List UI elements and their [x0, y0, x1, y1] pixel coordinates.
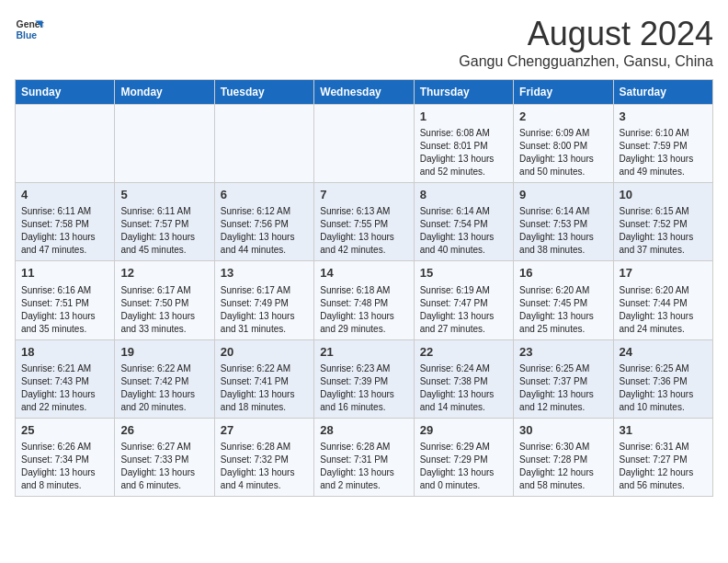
day-info: Sunrise: 6:17 AMSunset: 7:49 PMDaylight:… [221, 284, 308, 336]
calendar-cell: 16Sunrise: 6:20 AMSunset: 7:45 PMDayligh… [514, 261, 613, 339]
calendar-cell: 1Sunrise: 6:08 AMSunset: 8:01 PMDaylight… [414, 105, 513, 183]
calendar-cell: 20Sunrise: 6:22 AMSunset: 7:41 PMDayligh… [214, 339, 313, 418]
day-info: Sunrise: 6:22 AMSunset: 7:42 PMDaylight:… [120, 362, 208, 414]
calendar-week-1: 1Sunrise: 6:08 AMSunset: 8:01 PMDaylight… [16, 105, 713, 183]
calendar-cell: 12Sunrise: 6:17 AMSunset: 7:50 PMDayligh… [115, 261, 214, 339]
calendar-week-4: 18Sunrise: 6:21 AMSunset: 7:43 PMDayligh… [16, 339, 713, 418]
calendar-cell [115, 105, 214, 183]
day-number: 7 [320, 187, 407, 203]
col-sunday: Sunday [16, 80, 115, 105]
calendar-table: Sunday Monday Tuesday Wednesday Thursday… [15, 79, 713, 497]
calendar-week-2: 4Sunrise: 6:11 AMSunset: 7:58 PMDaylight… [16, 183, 713, 261]
calendar-cell: 10Sunrise: 6:15 AMSunset: 7:52 PMDayligh… [613, 183, 712, 261]
day-number: 18 [21, 344, 108, 361]
day-number: 26 [120, 422, 208, 439]
day-info: Sunrise: 6:25 AMSunset: 7:37 PMDaylight:… [519, 362, 607, 414]
day-number: 24 [620, 344, 707, 361]
col-saturday: Saturday [613, 80, 712, 105]
calendar-cell: 21Sunrise: 6:23 AMSunset: 7:39 PMDayligh… [314, 339, 414, 418]
calendar-cell: 2Sunrise: 6:09 AMSunset: 8:00 PMDaylight… [514, 105, 613, 183]
calendar-cell: 27Sunrise: 6:28 AMSunset: 7:32 PMDayligh… [214, 418, 313, 496]
calendar-cell: 9Sunrise: 6:14 AMSunset: 7:53 PMDaylight… [514, 183, 613, 261]
day-info: Sunrise: 6:25 AMSunset: 7:36 PMDaylight:… [620, 362, 707, 414]
page-header: General Blue August 2024 Gangu Chengguan… [15, 15, 713, 70]
day-number: 28 [320, 422, 407, 439]
day-info: Sunrise: 6:20 AMSunset: 7:44 PMDaylight:… [620, 284, 707, 336]
day-info: Sunrise: 6:28 AMSunset: 7:31 PMDaylight:… [320, 441, 407, 492]
day-info: Sunrise: 6:30 AMSunset: 7:28 PMDaylight:… [519, 441, 607, 492]
col-tuesday: Tuesday [214, 80, 313, 105]
day-info: Sunrise: 6:16 AMSunset: 7:51 PMDaylight:… [21, 284, 108, 336]
day-info: Sunrise: 6:09 AMSunset: 8:00 PMDaylight:… [519, 127, 607, 178]
day-info: Sunrise: 6:28 AMSunset: 7:32 PMDaylight:… [221, 441, 308, 492]
day-info: Sunrise: 6:26 AMSunset: 7:34 PMDaylight:… [21, 441, 108, 492]
calendar-cell: 7Sunrise: 6:13 AMSunset: 7:55 PMDaylight… [314, 183, 414, 261]
day-number: 1 [420, 109, 507, 125]
title-block: August 2024 Gangu Chengguanzhen, Gansu, … [459, 15, 713, 70]
day-number: 12 [120, 265, 208, 282]
calendar-cell [314, 105, 414, 183]
calendar-cell: 13Sunrise: 6:17 AMSunset: 7:49 PMDayligh… [214, 261, 313, 339]
day-info: Sunrise: 6:24 AMSunset: 7:38 PMDaylight:… [420, 362, 507, 414]
calendar-cell: 11Sunrise: 6:16 AMSunset: 7:51 PMDayligh… [16, 261, 115, 339]
calendar-cell: 24Sunrise: 6:25 AMSunset: 7:36 PMDayligh… [613, 339, 712, 418]
calendar-cell: 28Sunrise: 6:28 AMSunset: 7:31 PMDayligh… [314, 418, 414, 496]
col-wednesday: Wednesday [314, 80, 414, 105]
calendar-cell: 4Sunrise: 6:11 AMSunset: 7:58 PMDaylight… [16, 183, 115, 261]
day-info: Sunrise: 6:14 AMSunset: 7:53 PMDaylight:… [519, 205, 607, 257]
day-number: 8 [420, 187, 507, 203]
day-number: 11 [21, 265, 108, 282]
calendar-cell: 23Sunrise: 6:25 AMSunset: 7:37 PMDayligh… [514, 339, 613, 418]
day-info: Sunrise: 6:31 AMSunset: 7:27 PMDaylight:… [620, 441, 707, 492]
day-number: 14 [320, 265, 407, 282]
calendar-cell: 31Sunrise: 6:31 AMSunset: 7:27 PMDayligh… [613, 418, 712, 496]
calendar-cell: 19Sunrise: 6:22 AMSunset: 7:42 PMDayligh… [115, 339, 214, 418]
day-info: Sunrise: 6:19 AMSunset: 7:47 PMDaylight:… [420, 284, 507, 336]
calendar-cell: 14Sunrise: 6:18 AMSunset: 7:48 PMDayligh… [314, 261, 414, 339]
svg-text:Blue: Blue [17, 30, 38, 40]
day-info: Sunrise: 6:27 AMSunset: 7:33 PMDaylight:… [120, 441, 208, 492]
day-info: Sunrise: 6:22 AMSunset: 7:41 PMDaylight:… [221, 362, 308, 414]
day-info: Sunrise: 6:15 AMSunset: 7:52 PMDaylight:… [620, 205, 707, 257]
day-number: 25 [21, 422, 108, 439]
day-info: Sunrise: 6:08 AMSunset: 8:01 PMDaylight:… [420, 127, 507, 178]
calendar-cell: 6Sunrise: 6:12 AMSunset: 7:56 PMDaylight… [214, 183, 313, 261]
day-info: Sunrise: 6:18 AMSunset: 7:48 PMDaylight:… [320, 284, 407, 336]
day-info: Sunrise: 6:11 AMSunset: 7:57 PMDaylight:… [120, 205, 208, 257]
calendar-cell: 5Sunrise: 6:11 AMSunset: 7:57 PMDaylight… [115, 183, 214, 261]
day-number: 22 [420, 344, 507, 361]
calendar-cell: 29Sunrise: 6:29 AMSunset: 7:29 PMDayligh… [414, 418, 513, 496]
day-info: Sunrise: 6:29 AMSunset: 7:29 PMDaylight:… [420, 441, 507, 492]
day-number: 15 [420, 265, 507, 282]
calendar-cell: 8Sunrise: 6:14 AMSunset: 7:54 PMDaylight… [414, 183, 513, 261]
calendar-cell: 22Sunrise: 6:24 AMSunset: 7:38 PMDayligh… [414, 339, 513, 418]
day-number: 19 [120, 344, 208, 361]
calendar-cell: 30Sunrise: 6:30 AMSunset: 7:28 PMDayligh… [514, 418, 613, 496]
day-number: 17 [620, 265, 707, 282]
calendar-cell: 17Sunrise: 6:20 AMSunset: 7:44 PMDayligh… [613, 261, 712, 339]
day-info: Sunrise: 6:21 AMSunset: 7:43 PMDaylight:… [21, 362, 108, 414]
col-thursday: Thursday [414, 80, 513, 105]
col-monday: Monday [115, 80, 214, 105]
day-number: 6 [221, 187, 308, 203]
day-number: 23 [519, 344, 607, 361]
day-number: 16 [519, 265, 607, 282]
calendar-week-3: 11Sunrise: 6:16 AMSunset: 7:51 PMDayligh… [16, 261, 713, 339]
logo-icon: General Blue [15, 15, 44, 44]
day-number: 30 [519, 422, 607, 439]
month-year: August 2024 [459, 15, 713, 53]
day-info: Sunrise: 6:11 AMSunset: 7:58 PMDaylight:… [21, 205, 108, 257]
day-info: Sunrise: 6:20 AMSunset: 7:45 PMDaylight:… [519, 284, 607, 336]
day-info: Sunrise: 6:13 AMSunset: 7:55 PMDaylight:… [320, 205, 407, 257]
day-number: 2 [519, 109, 607, 125]
day-info: Sunrise: 6:23 AMSunset: 7:39 PMDaylight:… [320, 362, 407, 414]
calendar-week-5: 25Sunrise: 6:26 AMSunset: 7:34 PMDayligh… [16, 418, 713, 496]
calendar-cell: 18Sunrise: 6:21 AMSunset: 7:43 PMDayligh… [16, 339, 115, 418]
day-number: 13 [221, 265, 308, 282]
location: Gangu Chengguanzhen, Gansu, China [459, 53, 713, 70]
col-friday: Friday [514, 80, 613, 105]
day-info: Sunrise: 6:12 AMSunset: 7:56 PMDaylight:… [221, 205, 308, 257]
day-info: Sunrise: 6:10 AMSunset: 7:59 PMDaylight:… [620, 127, 707, 178]
logo: General Blue [15, 15, 44, 44]
day-number: 10 [620, 187, 707, 203]
